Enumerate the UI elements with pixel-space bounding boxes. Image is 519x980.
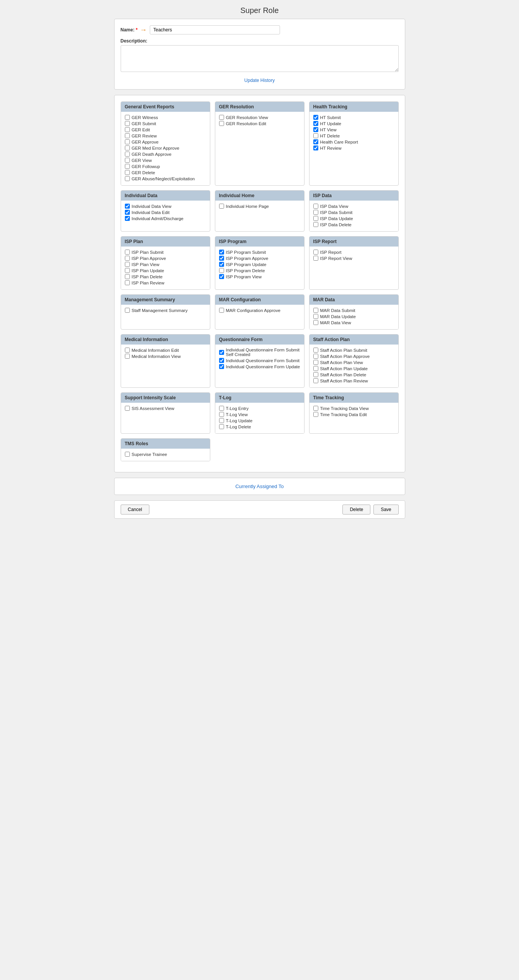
checkbox-individual-admit-discharge[interactable] <box>125 216 130 221</box>
perm-body-tms-roles: Supervise Trainee <box>121 449 210 461</box>
perm-header-mar-data: MAR Data <box>309 295 398 305</box>
checkbox-medical-info-view[interactable] <box>125 354 130 359</box>
checkbox-time-tracking-data-view[interactable] <box>313 406 318 411</box>
checkbox-tlog-update[interactable] <box>219 418 224 423</box>
checkbox-sap-approve[interactable] <box>313 354 318 359</box>
checkbox-time-tracking-data-edit[interactable] <box>313 412 318 417</box>
checkbox-ger-resolution-view[interactable] <box>219 115 224 120</box>
checkbox-individual-home-page[interactable] <box>219 204 224 209</box>
checkbox-ger-approve[interactable] <box>125 139 130 144</box>
perm-item: Staff Action Plan View <box>313 360 395 365</box>
checkbox-ger-edit[interactable] <box>125 127 130 132</box>
perm-body-individual-data: Individual Data View Individual Data Edi… <box>121 201 210 225</box>
checkbox-ht-review[interactable] <box>313 145 318 150</box>
description-textarea[interactable] <box>121 45 399 72</box>
checkbox-tlog-view[interactable] <box>219 412 224 417</box>
checkbox-ht-update[interactable] <box>313 121 318 126</box>
perm-item: Time Tracking Data View <box>313 406 395 411</box>
checkbox-ger-med-error-approve[interactable] <box>125 145 130 150</box>
currently-assigned-link[interactable]: Currently Assigned To <box>115 478 405 495</box>
checkbox-iqf-submit[interactable] <box>219 358 224 363</box>
checkbox-mar-data-update[interactable] <box>313 314 318 319</box>
checkbox-ger-resolution-edit[interactable] <box>219 121 224 126</box>
currently-assigned-section: Currently Assigned To <box>114 478 405 495</box>
checkbox-isp-plan-review[interactable] <box>125 280 130 285</box>
checkbox-isp-plan-update[interactable] <box>125 268 130 273</box>
checkbox-isp-program-approve[interactable] <box>219 256 224 261</box>
perm-box-individual-home: Individual Home Individual Home Page <box>215 190 305 232</box>
checkbox-ger-abuse[interactable] <box>125 176 130 181</box>
page-title: Super Role <box>114 0 405 19</box>
checkbox-iqf-update[interactable] <box>219 364 224 369</box>
update-history-link[interactable]: Update History <box>121 78 399 83</box>
perm-grid-row6: Support Intensity Scale SIS Assessment V… <box>121 392 399 434</box>
checkbox-ger-followup[interactable] <box>125 164 130 169</box>
checkbox-isp-data-delete[interactable] <box>313 222 318 227</box>
perm-item: ISP Report <box>313 250 395 255</box>
checkbox-isp-report-view[interactable] <box>313 256 318 261</box>
checkbox-mar-data-view[interactable] <box>313 320 318 325</box>
perm-header-staff-action-plan: Staff Action Plan <box>309 335 398 345</box>
checkbox-individual-data-view[interactable] <box>125 204 130 209</box>
checkbox-isp-program-submit[interactable] <box>219 250 224 255</box>
checkbox-ht-delete[interactable] <box>313 133 318 138</box>
checkbox-sap-view[interactable] <box>313 360 318 365</box>
checkbox-sap-update[interactable] <box>313 366 318 371</box>
checkbox-ger-view[interactable] <box>125 158 130 163</box>
checkbox-ger-review[interactable] <box>125 133 130 138</box>
perm-box-questionnaire-form: Questionnaire Form Individual Questionna… <box>215 334 305 388</box>
perm-item: MAR Data View <box>313 320 395 325</box>
checkbox-isp-data-update[interactable] <box>313 216 318 221</box>
name-label-text: Name: <box>121 27 135 33</box>
checkbox-mar-data-submit[interactable] <box>313 308 318 313</box>
checkbox-staff-management-summary[interactable] <box>125 308 130 313</box>
checkbox-isp-data-submit[interactable] <box>313 210 318 215</box>
checkbox-isp-plan-approve[interactable] <box>125 256 130 261</box>
checkbox-health-care-report[interactable] <box>313 139 318 144</box>
checkbox-sap-delete[interactable] <box>313 372 318 377</box>
checkbox-iqf-submit-self-created[interactable] <box>219 350 224 355</box>
perm-grid-row3: ISP Plan ISP Plan Submit ISP Plan Approv… <box>121 236 399 290</box>
perm-box-t-log: T-Log T-Log Entry T-Log View T-Log Updat… <box>215 392 305 434</box>
delete-button[interactable]: Delete <box>342 505 370 514</box>
checkbox-medical-info-edit[interactable] <box>125 348 130 353</box>
perm-item: T-Log Delete <box>219 424 300 429</box>
perm-item: HT Submit <box>313 115 395 120</box>
perm-box-time-tracking: Time Tracking Time Tracking Data View Ti… <box>309 392 399 434</box>
checkbox-sap-review[interactable] <box>313 378 318 383</box>
checkbox-supervise-trainee[interactable] <box>125 452 130 457</box>
checkbox-ger-witness[interactable] <box>125 115 130 120</box>
perm-header-t-log: T-Log <box>215 393 304 403</box>
perm-item: ISP Plan View <box>125 262 206 267</box>
checkbox-sap-submit[interactable] <box>313 348 318 353</box>
checkbox-tlog-entry[interactable] <box>219 406 224 411</box>
checkbox-tlog-delete[interactable] <box>219 424 224 429</box>
checkbox-isp-program-view[interactable] <box>219 274 224 279</box>
perm-box-ger-resolution: GER Resolution GER Resolution View GER R… <box>215 101 305 186</box>
perm-item: GER Edit <box>125 127 206 132</box>
checkbox-mar-config-approve[interactable] <box>219 308 224 313</box>
checkbox-isp-plan-view[interactable] <box>125 262 130 267</box>
save-button[interactable]: Save <box>373 505 398 514</box>
checkbox-isp-program-delete[interactable] <box>219 268 224 273</box>
checkbox-isp-program-update[interactable] <box>219 262 224 267</box>
checkbox-ger-delete[interactable] <box>125 170 130 175</box>
checkbox-isp-report[interactable] <box>313 250 318 255</box>
checkbox-ht-view[interactable] <box>313 127 318 132</box>
checkbox-sis-assessment-view[interactable] <box>125 406 130 411</box>
checkbox-isp-plan-delete[interactable] <box>125 274 130 279</box>
checkbox-individual-data-edit[interactable] <box>125 210 130 215</box>
checkbox-isp-data-view[interactable] <box>313 204 318 209</box>
perm-item: GER Delete <box>125 170 206 175</box>
checkbox-isp-plan-submit[interactable] <box>125 250 130 255</box>
perm-box-management-summary: Management Summary Staff Management Summ… <box>121 294 210 330</box>
checkbox-ger-death-approve[interactable] <box>125 152 130 157</box>
perm-item: ISP Program Approve <box>219 256 300 261</box>
name-input[interactable] <box>150 25 280 34</box>
checkbox-ht-submit[interactable] <box>313 115 318 120</box>
perm-box-isp-plan: ISP Plan ISP Plan Submit ISP Plan Approv… <box>121 236 210 290</box>
cancel-button[interactable]: Cancel <box>121 505 149 514</box>
perm-item: HT View <box>313 127 395 132</box>
button-group-right: Delete Save <box>342 505 398 514</box>
checkbox-ger-submit[interactable] <box>125 121 130 126</box>
